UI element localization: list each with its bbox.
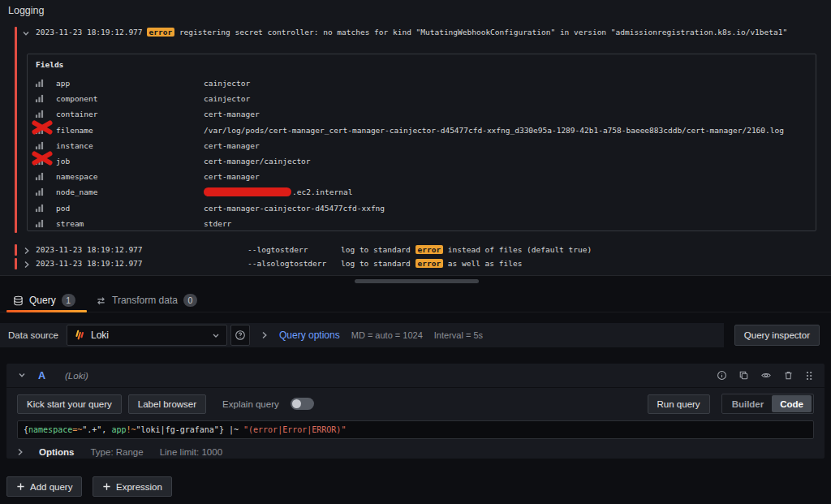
field-name: app — [56, 79, 204, 88]
chevron-down-icon[interactable] — [22, 30, 30, 37]
fields-rows: app cainjector component cainjector cont… — [35, 75, 811, 231]
field-value-suffix: .ec2.internal — [292, 187, 352, 196]
options-type: Type: Range — [90, 447, 143, 457]
field-row: component cainjector — [35, 91, 811, 106]
loki-logo-icon — [74, 330, 85, 341]
transform-icon — [96, 295, 106, 306]
field-stats-icon[interactable] — [35, 204, 56, 213]
collapsed-log-row[interactable]: 2023-11-23 18:19:12.977 --alsologtostder… — [0, 257, 831, 271]
tab-badge: 0 — [183, 294, 197, 307]
query-datasource-hint: (Loki) — [65, 371, 88, 381]
query-options-label[interactable]: Query options — [279, 330, 340, 341]
query-editor-card: A (Loki) Kick start your query Label bro… — [6, 364, 825, 459]
field-name: container — [56, 110, 204, 118]
expression-label: Expression — [116, 482, 162, 492]
log-timestamp: 2023-11-23 18:19:12.977 — [36, 245, 143, 254]
expanded-log-line[interactable]: 2023-11-23 18:19:12.977error registering… — [36, 27, 787, 38]
eye-icon[interactable] — [760, 370, 772, 381]
log-level-highlight: error — [416, 245, 444, 254]
log-flag: --logtostderr — [248, 245, 308, 254]
code-mode-option[interactable]: Code — [772, 395, 812, 412]
tab-query[interactable]: Query 1 — [13, 289, 75, 312]
datasource-bar: Data source Loki Query options MD = auto… — [0, 323, 724, 347]
field-name: job — [56, 157, 204, 166]
collapsed-log-row[interactable]: 2023-11-23 18:19:12.977 --logtostderr lo… — [0, 243, 831, 257]
field-stats-icon[interactable] — [35, 219, 56, 228]
chevron-down-icon — [212, 332, 220, 339]
field-row: pod cert-manager-cainjector-d45477cfd-xx… — [35, 200, 811, 216]
log-description: log to standard error as well as files — [341, 259, 522, 268]
horizontal-scrollbar[interactable] — [355, 279, 479, 283]
datasource-label: Data source — [8, 330, 62, 340]
run-query-button[interactable]: Run query — [648, 394, 710, 414]
query-inspector-button[interactable]: Query inspector — [734, 325, 820, 346]
drag-handle-icon[interactable] — [805, 370, 813, 381]
query-row-header[interactable]: A (Loki) — [6, 364, 825, 388]
toolbar-right-group: Run query Builder Code — [648, 394, 814, 414]
field-stats-icon[interactable] — [35, 157, 56, 166]
datasource-help-button[interactable] — [230, 325, 250, 346]
red-x-annotation — [31, 118, 54, 136]
log-fields-box: Fields app cainjector component cainject… — [27, 54, 816, 231]
field-row: filename /var/log/pods/cert-manager_cert… — [35, 123, 811, 138]
chevron-right-icon[interactable] — [24, 261, 30, 269]
fields-title: Fields — [36, 60, 63, 69]
chevron-down-icon[interactable] — [18, 372, 26, 379]
field-name: stream — [56, 219, 204, 228]
info-icon[interactable] — [717, 370, 727, 381]
field-stats-icon[interactable] — [35, 172, 56, 181]
query-row-actions — [717, 370, 813, 381]
field-stats-icon[interactable] — [35, 187, 56, 196]
field-row: namespace cert-manager — [35, 169, 811, 184]
kickstart-query-button[interactable]: Kick start your query — [17, 394, 122, 414]
max-data-points: MD = auto = 1024 — [351, 330, 423, 340]
field-value: cert-manager — [204, 172, 811, 181]
log-description: log to standard error instead of files (… — [341, 245, 592, 254]
field-row: container cert-manager — [35, 106, 811, 122]
red-x-annotation — [31, 149, 54, 167]
trash-icon[interactable] — [783, 370, 794, 381]
field-stats-icon[interactable] — [35, 126, 56, 135]
add-query-button[interactable]: Add query — [6, 476, 82, 497]
field-stats-icon[interactable] — [35, 79, 56, 88]
field-value: .ec2.internal — [204, 187, 811, 197]
field-row: app cainjector — [35, 75, 811, 91]
label-browser-button[interactable]: Label browser — [128, 394, 206, 414]
panel-title: Logging — [8, 5, 45, 16]
field-stats-icon[interactable] — [35, 94, 56, 103]
field-value: cainjector — [204, 79, 811, 88]
editor-mode-switch: Builder Code — [721, 394, 814, 414]
plus-icon — [16, 482, 25, 491]
field-value: /var/log/pods/cert-manager_cert-manager-… — [204, 126, 811, 135]
datasource-select[interactable]: Loki — [67, 325, 227, 346]
log-level-bar — [15, 258, 17, 269]
explain-query-label: Explain query — [222, 399, 279, 409]
tab-transform-data[interactable]: Transform data 0 — [96, 289, 197, 312]
logql-query-input[interactable]: {namespace=~".+", app!~"loki|fg-grafana"… — [17, 420, 814, 439]
tab-label: Transform data — [112, 295, 178, 306]
builder-mode-option[interactable]: Builder — [724, 395, 773, 412]
log-timestamp: 2023-11-23 18:19:12.977 — [36, 259, 143, 268]
copy-icon[interactable] — [738, 370, 749, 381]
field-row: stream stderr — [35, 216, 811, 231]
add-query-label: Add query — [30, 482, 72, 492]
explain-query-toggle[interactable] — [291, 398, 314, 410]
tab-badge: 1 — [62, 294, 75, 307]
expression-button[interactable]: Expression — [93, 476, 172, 497]
field-name: component — [56, 94, 204, 103]
field-value: cainjector — [204, 94, 811, 103]
interval: Interval = 5s — [434, 330, 483, 340]
log-timestamp: 2023-11-23 18:19:12.977 — [36, 28, 143, 37]
field-row: job cert-manager/cainjector — [35, 153, 811, 169]
logging-panel: Logging 2023-11-23 18:19:12.977error reg… — [0, 0, 831, 276]
query-options-row[interactable]: Options Type: Range Line limit: 1000 — [6, 439, 825, 465]
log-level-bar — [15, 27, 17, 233]
redaction-annotation — [204, 187, 291, 196]
field-name: pod — [56, 204, 204, 213]
query-toolbar: Kick start your query Label browser Expl… — [6, 388, 825, 418]
query-options-section[interactable]: Query options MD = auto = 1024 Interval … — [261, 330, 483, 341]
chevron-right-icon — [261, 331, 268, 339]
log-level-highlight: error — [416, 259, 444, 268]
chevron-right-icon[interactable] — [24, 247, 30, 255]
chevron-right-icon — [17, 448, 24, 456]
